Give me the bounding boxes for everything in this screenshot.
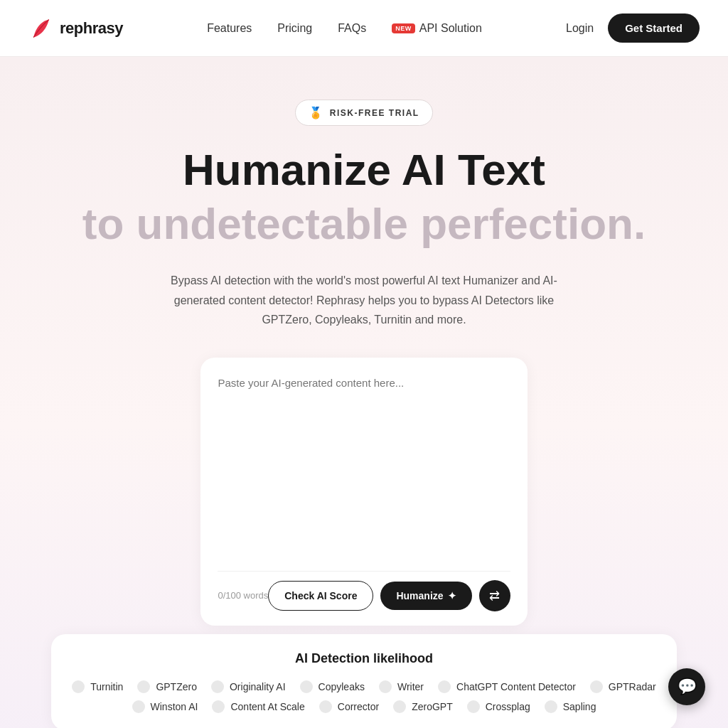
detection-item: Turnitin (72, 680, 123, 693)
detection-dot (137, 680, 150, 693)
detection-item: Crossplag (467, 700, 530, 713)
detection-dot (300, 680, 313, 693)
detection-dot (72, 680, 85, 693)
detection-label: ZeroGPT (412, 701, 453, 712)
detection-item: Winston AI (132, 700, 198, 713)
chat-bubble[interactable]: 💬 (668, 668, 705, 705)
chat-icon: 💬 (678, 678, 697, 696)
detection-item: Sapling (545, 700, 596, 713)
logo-text: rephrasy (60, 19, 123, 38)
logo-link[interactable]: rephrasy (28, 16, 123, 41)
detection-item: Originality AI (211, 680, 286, 693)
detection-dot (590, 680, 603, 693)
detection-label: Winston AI (151, 701, 198, 712)
detection-item: ZeroGPT (393, 700, 453, 713)
detection-dot (379, 680, 392, 693)
footer-buttons: Check AI Score Humanize ✦ ⇄ (268, 580, 510, 611)
sparkle-icon: ✦ (448, 590, 456, 601)
detection-label: Originality AI (230, 681, 286, 692)
main-cards: 0/100 words Check AI Score Humanize ✦ ⇄ … (51, 358, 677, 728)
hero-description: Bypass AI detection with the world's mos… (158, 271, 570, 329)
nav-right: Login Get Started (566, 14, 700, 43)
detection-section: AI Detection likelihood Turnitin GPTZero… (51, 634, 677, 728)
detection-item: GPTRadar (590, 680, 656, 693)
nav-api-solution[interactable]: NEW API Solution (392, 22, 482, 35)
humanize-button[interactable]: Humanize ✦ (380, 582, 471, 610)
word-count: 0/100 words (218, 590, 268, 601)
detection-dot (393, 700, 406, 713)
textarea-card: 0/100 words Check AI Score Humanize ✦ ⇄ (200, 358, 527, 626)
detection-label: Crossplag (486, 701, 530, 712)
detection-dot (467, 700, 480, 713)
detection-item: Corrector (319, 700, 379, 713)
detection-grid: Turnitin GPTZero Originality AI Copyleak… (68, 680, 660, 713)
detection-label: Sapling (563, 701, 596, 712)
detection-item: Copyleaks (300, 680, 365, 693)
nav-pricing[interactable]: Pricing (277, 22, 312, 34)
settings-icon: ⇄ (489, 588, 500, 604)
nav-features[interactable]: Features (207, 22, 252, 34)
trial-badge: 🏅 RISK-FREE TRIAL (295, 100, 432, 126)
detection-item: Content At Scale (212, 700, 304, 713)
detection-item: ChatGPT Content Detector (438, 680, 576, 693)
logo-leaf-icon (28, 16, 54, 41)
detection-item: GPTZero (137, 680, 197, 693)
nav-faqs[interactable]: FAQs (338, 22, 366, 34)
check-ai-score-button[interactable]: Check AI Score (268, 581, 373, 611)
detection-label: Corrector (338, 701, 379, 712)
detection-dot (545, 700, 557, 713)
nav-links: Features Pricing FAQs NEW API Solution (207, 22, 482, 35)
detection-title: AI Detection likelihood (68, 651, 660, 666)
detection-label: Turnitin (90, 681, 123, 692)
textarea-footer: 0/100 words Check AI Score Humanize ✦ ⇄ (218, 571, 510, 611)
detection-label: Content At Scale (230, 701, 304, 712)
detection-label: GPTZero (156, 681, 197, 692)
nav-api-label: API Solution (419, 22, 482, 35)
detection-dot (211, 680, 224, 693)
hero-title-main: Humanize AI Text (28, 146, 700, 194)
detection-label: Copyleaks (318, 681, 365, 692)
medal-icon: 🏅 (309, 106, 324, 119)
detection-dot (319, 700, 332, 713)
detection-item: Writer (379, 680, 424, 693)
detection-label: GPTRadar (609, 681, 656, 692)
new-badge: NEW (392, 23, 415, 33)
detection-dot (212, 700, 225, 713)
ai-content-input[interactable] (218, 375, 510, 560)
hero-section: 🏅 RISK-FREE TRIAL Humanize AI Text to un… (0, 57, 728, 728)
navbar: rephrasy Features Pricing FAQs NEW API S… (0, 0, 728, 57)
hero-title-sub: to undetectable perfection. (28, 200, 700, 248)
detection-label: ChatGPT Content Detector (456, 681, 576, 692)
settings-button[interactable]: ⇄ (479, 580, 510, 611)
detection-dot (132, 700, 145, 713)
detection-dot (438, 680, 451, 693)
login-button[interactable]: Login (566, 22, 594, 35)
detection-label: Writer (397, 681, 424, 692)
get-started-button[interactable]: Get Started (608, 14, 700, 43)
